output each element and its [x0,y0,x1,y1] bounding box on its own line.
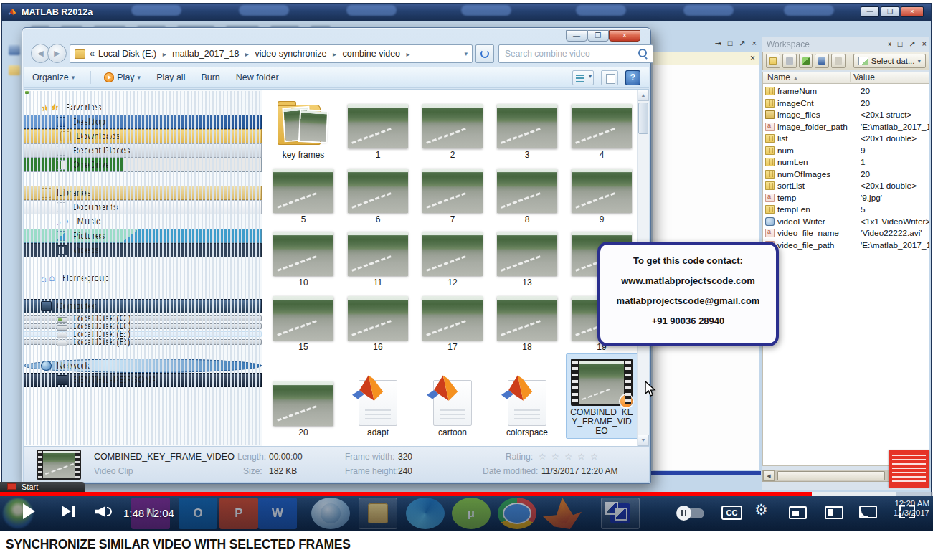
refresh-button[interactable] [475,44,494,63]
workspace-variable-row[interactable]: list <20x1 double> [763,133,929,145]
workspace-variable-row[interactable]: video_file_name 'Video22222.avi' [763,227,929,239]
maximize-button[interactable]: ❒ [881,6,899,17]
workspace-variable-row[interactable]: sortList <20x1 double> [763,180,929,192]
minimize-button[interactable]: — [566,30,587,42]
close-button[interactable]: × [901,6,924,17]
workspace-variable-row[interactable]: frameNum 20 [763,85,929,98]
search-input[interactable] [499,45,637,62]
file-tile[interactable]: adapt [341,380,415,439]
settings-gear-icon[interactable]: ⚙ [754,501,768,518]
file-tile[interactable]: 12 [415,232,490,289]
burn-button[interactable]: Burn [201,72,219,82]
address-bar[interactable]: « Local Disk (E:) ▸ matlab_2017_18 ▸ vid… [70,44,473,63]
workspace-variable-row[interactable]: num 9 [763,145,929,157]
next-button[interactable] [62,506,75,520]
maximize-icon[interactable]: □ [898,39,903,49]
breadcrumb-segment[interactable]: combine video [342,49,400,59]
file-tile[interactable]: 7 [415,169,490,226]
file-tile[interactable]: 5 [266,169,341,226]
variable-name: imageCnt [777,98,861,108]
dock-icon[interactable]: ⇥ [714,39,721,48]
file-tile[interactable]: 15 [266,296,341,353]
scrollbar-thumb[interactable] [638,103,648,134]
file-tile[interactable]: 1 [341,104,415,161]
forward-button[interactable]: ▶ [47,44,67,63]
play-button[interactable]: Play ▾ [104,72,141,82]
address-dropdown-icon[interactable]: ▾ [460,50,468,57]
select-data-dropdown[interactable]: Select dat... ▾ [853,54,926,68]
theater-mode-button[interactable] [825,506,843,519]
file-tile[interactable]: 4 [564,104,639,161]
file-tile[interactable]: 10 [266,232,341,289]
breadcrumb-segment[interactable]: matlab_2017_18 [172,49,239,59]
scroll-up-icon[interactable]: ▲ [638,90,649,101]
undock-icon[interactable]: ↗ [909,39,915,49]
maximize-icon[interactable]: □ [728,39,733,48]
new-folder-button[interactable]: New folder [236,72,279,82]
file-tile[interactable]: 20 [266,381,341,439]
import-data-button[interactable] [799,54,813,68]
miniplayer-button[interactable] [789,506,807,519]
file-tile[interactable]: 2 [415,104,490,161]
file-tile[interactable]: 16 [341,296,415,353]
file-tile[interactable]: key frames [266,100,341,161]
workspace-variable-row[interactable]: temp '9.jpg' [763,192,929,204]
selected-file-name: COMBINED_KEY_FRAME_VIDEO [94,452,235,462]
workspace-variable-row[interactable]: imageCnt 20 [763,98,929,110]
preview-pane-button[interactable] [601,70,618,85]
fullscreen-button[interactable] [899,505,915,518]
breadcrumb-segment[interactable]: video synchronize [255,49,326,59]
maximize-button[interactable]: ❒ [587,30,609,42]
new-variable-button[interactable] [766,54,780,68]
close-icon[interactable]: × [750,53,755,63]
file-tile[interactable]: 17 [415,296,490,353]
sidebar-item[interactable]: Videos [24,243,262,257]
variable-name: video_file_name [777,228,861,238]
workspace-variable-row[interactable]: numLen 1 [763,156,929,169]
variable-value: <20x1 struct> [861,110,929,120]
undock-icon[interactable]: ↗ [739,39,745,48]
file-tile[interactable]: cartoon [415,380,490,439]
scroll-left-icon[interactable]: ◀ [763,470,775,481]
file-tile[interactable]: COMBINED_KEY_FRAME_VIDEO [566,353,638,439]
play-button[interactable] [23,503,35,519]
workspace-variable-row[interactable]: tempLen 5 [763,204,929,216]
breadcrumb-collapse-chevron[interactable]: « [90,49,95,59]
scroll-down-icon[interactable]: ▼ [638,435,649,446]
value-column-header[interactable]: Value [851,72,875,82]
close-icon[interactable]: × [752,39,757,48]
file-tile[interactable]: 9 [564,169,639,226]
rating-stars-icon[interactable]: ☆ ☆ ☆ ☆ ☆ [539,452,600,462]
breadcrumb-segment[interactable]: Local Disk (E:) [98,49,156,59]
close-icon[interactable]: × [922,39,927,49]
minimize-button[interactable]: — [861,6,879,17]
cast-button[interactable] [859,506,877,518]
close-button[interactable]: × [609,30,640,42]
workspace-variable-row[interactable]: videoFWriter <1x1 VideoWriter> [763,216,929,228]
workspace-variable-row[interactable]: numOfImages 20 [763,169,929,181]
captions-button[interactable]: CC [721,506,742,520]
play-all-button[interactable]: Play all [156,72,185,82]
delete-variable-button[interactable] [831,54,846,68]
start-button[interactable]: Start [22,483,38,491]
save-workspace-button[interactable] [815,54,829,68]
scrollbar-thumb[interactable] [777,471,885,480]
dock-icon[interactable]: ⇥ [884,39,891,49]
file-tile[interactable]: colorspace [490,380,564,439]
organize-button[interactable]: Organize ▾ [32,72,75,82]
volume-button[interactable] [95,505,113,521]
file-tile[interactable]: 13 [490,232,564,289]
file-tile[interactable]: 6 [341,169,415,226]
change-view-button[interactable] [572,70,594,85]
file-tile[interactable]: 3 [490,104,564,161]
workspace-variable-row[interactable]: image_folder_path 'E:\matlab_2017_18\ [763,121,929,133]
file-tile[interactable]: 8 [490,169,564,226]
file-tile[interactable]: 11 [341,232,415,289]
workspace-variable-row[interactable]: video_file_path 'E:\matlab_2017_18\ [763,239,929,252]
help-button[interactable]: ? [625,70,640,85]
autoplay-toggle[interactable] [678,508,704,518]
open-variable-button[interactable] [782,54,797,68]
name-column-header[interactable]: Name ▲ [763,72,851,82]
workspace-variable-row[interactable]: image_files <20x1 struct> [763,109,929,121]
file-tile[interactable]: 18 [490,296,564,353]
